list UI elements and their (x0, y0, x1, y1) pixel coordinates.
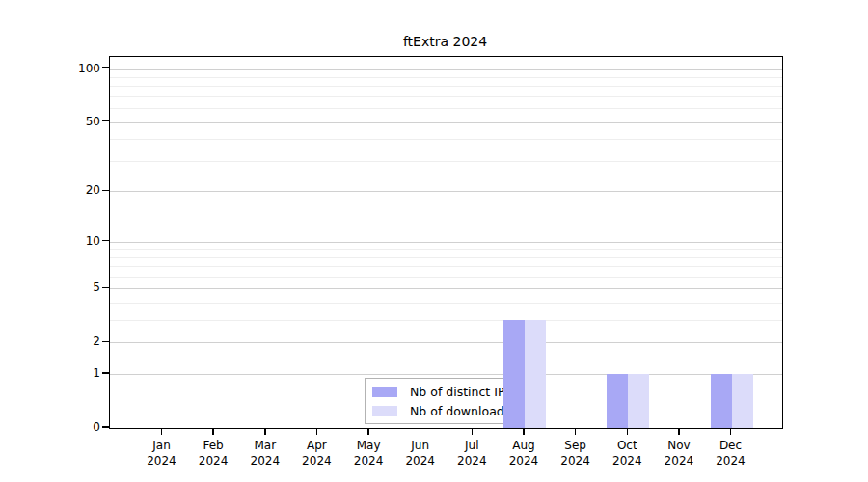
y-tick-mark-20 (102, 190, 109, 192)
y-tick-mark-5 (102, 287, 109, 289)
bar-aug-2024-downloads (525, 320, 546, 428)
x-tick-label-dec: Dec2024 (697, 438, 765, 469)
y-tick-mark-2 (102, 341, 109, 343)
y-tick-label-0: 0 (42, 421, 100, 433)
chart-title: ftExtra 2024 (109, 34, 781, 49)
y-tick-mark-100 (102, 67, 109, 69)
bar-dec-2024-distinct-ips (711, 374, 732, 428)
y-tick-label-50: 50 (42, 116, 100, 127)
y-tick-label-10: 10 (42, 235, 100, 247)
bars-layer (110, 57, 782, 428)
y-tick-label-100: 100 (42, 63, 100, 74)
x-tick-mark-apr (316, 429, 318, 435)
x-tick-mark-oct (627, 429, 629, 435)
chart: ftExtra 2024 Nb of distinct IPs Nb of do… (0, 0, 868, 482)
y-tick-label-5: 5 (42, 281, 100, 293)
bar-oct-2024-distinct-ips (607, 374, 628, 428)
plot-area: Nb of distinct IPs Nb of downloads (109, 56, 783, 429)
y-tick-label-2: 2 (42, 335, 100, 347)
y-tick-label-1: 1 (42, 367, 100, 379)
y-tick-mark-50 (102, 120, 109, 122)
y-tick-mark-0 (102, 426, 109, 428)
x-tick-mark-jan (161, 429, 163, 435)
x-tick-mark-may (367, 429, 369, 435)
x-tick-mark-feb (212, 429, 214, 435)
x-tick-mark-jun (420, 429, 421, 435)
bar-oct-2024-downloads (628, 374, 649, 428)
x-tick-mark-sep (575, 429, 577, 435)
y-tick-label-20: 20 (42, 184, 100, 196)
y-tick-mark-10 (102, 240, 109, 242)
x-tick-mark-jul (472, 429, 474, 435)
bar-aug-2024-distinct-ips (503, 320, 525, 428)
x-tick-mark-dec (730, 429, 732, 435)
x-tick-mark-aug (523, 429, 525, 435)
x-tick-mark-nov (678, 429, 680, 435)
x-tick-mark-mar (264, 429, 266, 435)
bar-dec-2024-downloads (732, 374, 753, 428)
y-tick-mark-1 (102, 372, 109, 374)
